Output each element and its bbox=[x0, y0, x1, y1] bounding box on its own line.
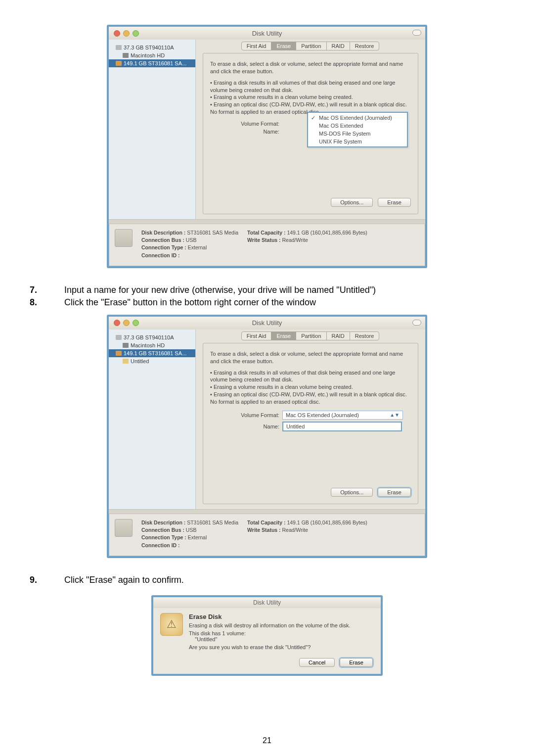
volume-icon bbox=[123, 343, 129, 348]
chevron-updown-icon: ▲▼ bbox=[390, 412, 400, 418]
erase-confirm-dialog: Disk Utility Erase Disk Erasing a disk w… bbox=[151, 595, 383, 676]
name-input[interactable]: Untitled bbox=[282, 422, 402, 431]
format-option-unix[interactable]: UNIX File System bbox=[308, 138, 407, 145]
step-number: 9. bbox=[30, 575, 64, 585]
tab-bar: First Aid Erase Partition RAID Restore bbox=[203, 42, 418, 50]
drive-icon bbox=[115, 229, 133, 247]
volume-format-label: Volume Format: bbox=[210, 121, 282, 127]
step-text: Click "Erase" again to confirm. bbox=[64, 575, 504, 585]
erase-description: To erase a disk, select a disk or volume… bbox=[210, 60, 411, 75]
erase-button[interactable]: Erase bbox=[378, 198, 411, 207]
volume-icon bbox=[123, 359, 129, 364]
step-text: Input a name for your new drive (otherwi… bbox=[64, 285, 504, 295]
step-number: 8. bbox=[30, 297, 64, 308]
disk-info-panel: Disk Description : ST316081 SAS Media Co… bbox=[109, 514, 425, 556]
erase-button[interactable]: Erase bbox=[378, 488, 411, 497]
sidebar-item-disk-internal[interactable]: 37.3 GB ST940110A bbox=[109, 333, 195, 341]
window-title: Disk Utility bbox=[109, 30, 425, 37]
dialog-text: This disk has 1 volume: "Untitled" bbox=[189, 630, 374, 642]
tab-raid[interactable]: RAID bbox=[326, 42, 350, 50]
window-title: Disk Utility bbox=[109, 319, 425, 327]
options-button[interactable]: Options... bbox=[331, 198, 373, 207]
volume-icon bbox=[123, 53, 129, 58]
volume-format-select[interactable]: Mac OS Extended (Journaled) ▲▼ bbox=[282, 411, 403, 420]
tab-first-aid[interactable]: First Aid bbox=[241, 42, 272, 50]
sidebar-item-volume-macintosh-hd[interactable]: Macintosh HD bbox=[109, 51, 195, 59]
disk-utility-window-1: Disk Utility 37.3 GB ST940110A Macintosh… bbox=[107, 25, 427, 268]
tab-partition[interactable]: Partition bbox=[296, 42, 326, 50]
external-disk-icon bbox=[116, 351, 122, 356]
device-sidebar: 37.3 GB ST940110A Macintosh HD 149.1 GB … bbox=[109, 330, 196, 509]
disk-icon bbox=[116, 335, 122, 340]
titlebar: Disk Utility bbox=[109, 317, 425, 330]
tab-restore[interactable]: Restore bbox=[350, 42, 380, 50]
device-sidebar: 37.3 GB ST940110A Macintosh HD 149.1 GB … bbox=[109, 40, 196, 219]
sidebar-item-volume-untitled[interactable]: Untitled bbox=[109, 357, 195, 365]
tab-erase[interactable]: Erase bbox=[271, 42, 296, 50]
sidebar-item-disk-internal[interactable]: 37.3 GB ST940110A bbox=[109, 44, 195, 51]
tab-erase[interactable]: Erase bbox=[271, 331, 296, 340]
disk-info-panel: Disk Description : ST316081 SAS Media Co… bbox=[109, 224, 425, 266]
toolbar-toggle-icon[interactable] bbox=[412, 320, 421, 326]
dialog-title: Disk Utility bbox=[153, 597, 381, 608]
warning-icon bbox=[160, 613, 183, 636]
page-number: 21 bbox=[0, 736, 534, 745]
tab-restore[interactable]: Restore bbox=[350, 331, 380, 340]
sidebar-item-volume-macintosh-hd[interactable]: Macintosh HD bbox=[109, 341, 195, 349]
erase-confirm-button[interactable]: Erase bbox=[340, 658, 373, 667]
tab-first-aid[interactable]: First Aid bbox=[241, 331, 272, 340]
format-option-extended[interactable]: Mac OS Extended bbox=[308, 122, 407, 130]
options-button[interactable]: Options... bbox=[331, 488, 373, 497]
sidebar-item-disk-external[interactable]: 149.1 GB ST316081 SA... bbox=[109, 349, 195, 357]
disk-utility-window-2: Disk Utility 37.3 GB ST940110A Macintosh… bbox=[107, 315, 427, 558]
name-label: Name: bbox=[210, 129, 282, 135]
volume-format-dropdown[interactable]: Mac OS Extended (Journaled) Mac OS Exten… bbox=[307, 112, 408, 147]
erase-notes: • Erasing a disk results in all volumes … bbox=[210, 369, 411, 406]
tab-bar: First Aid Erase Partition RAID Restore bbox=[203, 331, 418, 340]
step-text: Click the "Erase" button in the bottom r… bbox=[64, 297, 504, 308]
dialog-text: Erasing a disk will destroy all informat… bbox=[189, 622, 374, 628]
cancel-button[interactable]: Cancel bbox=[299, 658, 335, 667]
tab-partition[interactable]: Partition bbox=[296, 331, 326, 340]
drive-icon bbox=[115, 519, 133, 537]
dialog-text: Are you sure you wish to erase the disk … bbox=[189, 644, 374, 650]
sidebar-item-disk-external[interactable]: 149.1 GB ST316081 SA... bbox=[109, 59, 195, 67]
disk-icon bbox=[116, 45, 122, 50]
erase-description: To erase a disk, select a disk or volume… bbox=[210, 350, 411, 365]
dialog-heading: Erase Disk bbox=[189, 613, 374, 620]
format-option-journaled[interactable]: Mac OS Extended (Journaled) bbox=[308, 114, 407, 122]
external-disk-icon bbox=[116, 61, 122, 66]
name-label: Name: bbox=[210, 424, 282, 429]
toolbar-toggle-icon[interactable] bbox=[412, 30, 421, 36]
step-number: 7. bbox=[30, 285, 64, 295]
titlebar: Disk Utility bbox=[109, 27, 425, 40]
volume-format-label: Volume Format: bbox=[210, 412, 282, 418]
tab-raid[interactable]: RAID bbox=[326, 331, 350, 340]
erase-notes: • Erasing a disk results in all volumes … bbox=[210, 79, 411, 116]
format-option-msdos[interactable]: MS-DOS File System bbox=[308, 130, 407, 138]
